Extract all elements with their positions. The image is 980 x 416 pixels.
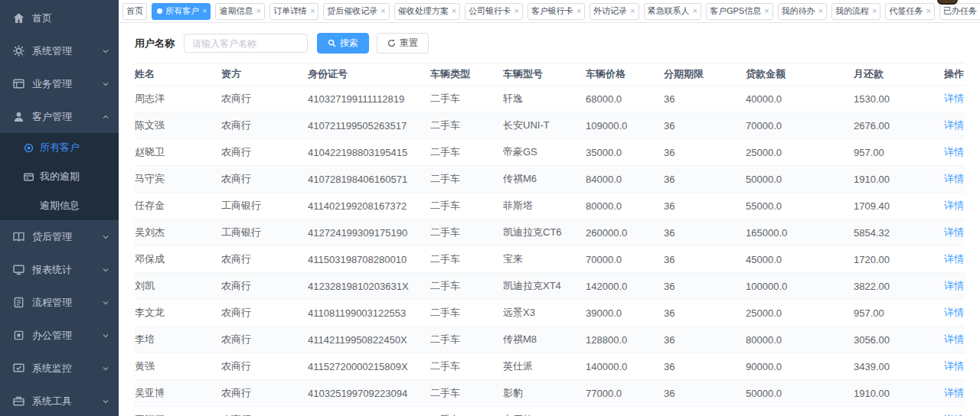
tab-signing-tasks[interactable]: 代签任务× [885, 3, 934, 20]
tab-label: 逾期信息 [219, 5, 253, 17]
table-row: 王晓辉农商行411402199208160000二手车卡罗拉90000.0366… [135, 407, 965, 416]
sidebar-subitem-all-customers[interactable]: 所有客户 [0, 133, 119, 162]
close-icon[interactable]: × [818, 7, 823, 15]
tab-order-details[interactable]: 订单详情× [270, 3, 318, 20]
close-icon[interactable]: × [764, 7, 769, 15]
table-cell: 36 [664, 246, 746, 273]
close-icon[interactable]: × [577, 7, 581, 15]
detail-link[interactable]: 详情 [944, 146, 964, 158]
tab-post-loan-collection-records[interactable]: 贷后催收记录× [323, 3, 389, 20]
submenu-customer-management: 所有客户我的逾期逾期信息 [0, 133, 119, 220]
action-cell: 详情 [944, 380, 965, 407]
table-cell: 远景X3 [503, 300, 586, 327]
chevron-down-icon [102, 365, 109, 372]
detail-link[interactable]: 详情 [944, 307, 964, 318]
table-cell: 传祺M8 [503, 327, 586, 353]
table-cell: 36 [664, 380, 746, 407]
column-header: 分期期限 [664, 63, 746, 86]
action-cell: 详情 [944, 407, 965, 416]
detail-link[interactable]: 详情 [944, 173, 964, 184]
sidebar-item-label: 首页 [32, 11, 52, 25]
tab-overdue-info[interactable]: 逾期信息× [215, 3, 264, 20]
tab-customer-bank-cards[interactable]: 客户银行卡× [528, 3, 585, 20]
action-cell: 详情 [944, 139, 965, 166]
tab-my-processes[interactable]: 我的流程× [831, 3, 880, 20]
sidebar-item-post-loan-management[interactable]: 贷后管理 [0, 220, 119, 253]
table-cell: 36 [664, 300, 746, 327]
sidebar-item-process-management[interactable]: 流程管理 [0, 286, 119, 319]
table-cell: 80000.0 [586, 193, 664, 219]
table-cell: 25000.0 [746, 300, 854, 327]
avatar[interactable] [937, 0, 958, 5]
search-input[interactable] [184, 34, 308, 53]
table-cell: 农商行 [221, 380, 308, 407]
close-icon[interactable]: × [310, 7, 315, 15]
tab-emergency-contacts[interactable]: 紧急联系人× [644, 3, 701, 20]
table-cell: 84000.0 [586, 166, 664, 193]
close-icon[interactable]: × [452, 7, 456, 15]
table-cell: 109000.0 [586, 112, 664, 139]
action-cell: 详情 [944, 327, 965, 353]
tab-completed-tasks[interactable]: 已办任务× [939, 3, 980, 20]
detail-link[interactable]: 详情 [944, 119, 964, 131]
sidebar-item-system-tools[interactable]: 系统工具 [0, 385, 119, 416]
tab-company-bank-cards[interactable]: 公司银行卡× [465, 3, 522, 20]
sidebar-item-system-management[interactable]: 系统管理 [0, 34, 119, 67]
sidebar-item-label: 业务管理 [32, 77, 72, 91]
column-header: 身份证号 [308, 63, 430, 86]
detail-link[interactable]: 详情 [944, 333, 964, 345]
table-row: 刘凯农商行41232819810203631X二手车凯迪拉克XT4142000.… [135, 273, 965, 300]
sidebar-item-office-management[interactable]: 办公管理 [0, 319, 119, 352]
search-button[interactable]: 搜索 [317, 33, 369, 54]
detail-link[interactable]: 详情 [944, 280, 964, 291]
close-icon[interactable]: × [872, 7, 877, 15]
detail-link[interactable]: 详情 [944, 360, 964, 372]
table-cell: 赵晓卫 [135, 139, 221, 166]
close-icon[interactable]: × [630, 7, 635, 15]
sidebar-item-system-monitoring[interactable]: 系统监控 [0, 352, 119, 385]
close-icon[interactable]: × [514, 7, 518, 15]
close-icon[interactable]: × [381, 7, 385, 15]
table-cell: 二手车 [430, 219, 503, 246]
close-icon[interactable]: × [693, 7, 697, 15]
sidebar-item-business-management[interactable]: 业务管理 [0, 67, 119, 100]
close-icon[interactable]: × [926, 7, 930, 15]
tab-my-todo[interactable]: 我的待办× [778, 3, 827, 20]
tab-label: 我的流程 [835, 5, 869, 17]
reset-button[interactable]: 重置 [377, 33, 429, 54]
sidebar-item-customer-management[interactable]: 客户管理 [0, 100, 119, 133]
table-cell: 36 [664, 219, 746, 246]
tab-collection-plans[interactable]: 催收处理方案× [394, 3, 460, 20]
sidebar-subitem-overdue-info[interactable]: 逾期信息 [0, 191, 119, 220]
tab-label: 贷后催收记录 [327, 5, 377, 17]
close-icon[interactable]: × [256, 7, 260, 15]
detail-link[interactable]: 详情 [944, 253, 964, 265]
close-icon[interactable]: × [202, 7, 207, 15]
tab-visit-records[interactable]: 外访记录× [590, 3, 639, 20]
table-cell: 陈文强 [135, 112, 221, 139]
column-header: 车辆价格 [586, 63, 664, 86]
sidebar-item-home[interactable]: 首页 [0, 2, 119, 34]
tab-all-customers[interactable]: 所有客户× [152, 3, 211, 20]
table-cell: 二手车 [430, 380, 503, 407]
detail-link[interactable]: 详情 [944, 93, 964, 104]
table-cell: 39000.0 [586, 300, 664, 327]
detail-link[interactable]: 详情 [944, 200, 964, 211]
sidebar-subitem-my-overdue[interactable]: 我的逾期 [0, 162, 119, 191]
customers-icon [24, 143, 34, 153]
action-cell: 详情 [944, 353, 965, 380]
table-cell: 李文龙 [135, 300, 221, 327]
search-button-label: 搜索 [340, 37, 358, 50]
monitor-icon [13, 264, 24, 275]
tab-home[interactable]: 首页 [122, 3, 147, 20]
table-cell: 2676.00 [854, 112, 944, 139]
action-cell: 详情 [944, 246, 965, 273]
tab-customer-gps-info[interactable]: 客户GPS信息× [706, 3, 773, 20]
table-cell: 60000.0 [746, 407, 854, 416]
sidebar-item-report-statistics[interactable]: 报表统计 [0, 253, 119, 286]
table-cell: 二手车 [430, 139, 503, 166]
detail-link[interactable]: 详情 [944, 226, 964, 238]
detail-link[interactable]: 详情 [944, 387, 964, 398]
table-cell: 工商银行 [221, 193, 308, 219]
table-cell: 957.00 [854, 139, 944, 166]
